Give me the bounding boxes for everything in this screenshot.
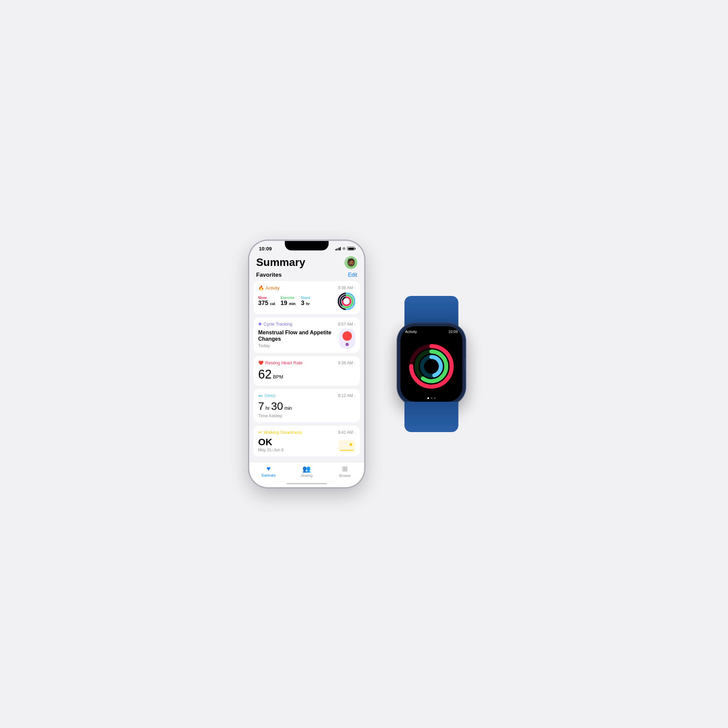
iphone: 10:09 ⊜ Summary 🧔🏾 [249, 241, 364, 487]
exercise-stat: Exercise 19 min [280, 296, 295, 307]
iphone-screen: 10:09 ⊜ Summary 🧔🏾 [249, 241, 364, 487]
heart-icon: ❤️ [258, 360, 263, 366]
walking-card[interactable]: ⇌ Walking Steadiness 9:41 AM › OK May 31… [254, 426, 360, 456]
cycle-text: Menstrual Flow and Appetite Changes Toda… [258, 329, 339, 348]
heart-time: 9:36 AM › [338, 361, 355, 366]
cycle-title-row: ✺ Cycle Tracking [258, 321, 292, 327]
heart-chevron: › [354, 361, 355, 366]
cards-list: 🔥 Activity 9:36 AM › Move 375 cal [249, 281, 364, 487]
walking-title-row: ⇌ Walking Steadiness [258, 430, 302, 435]
exercise-value: 19 min [280, 300, 295, 307]
browse-tab-label: Browse [340, 474, 350, 477]
activity-stats: Move 375 cal Exercise 19 min Stand 3 hr [258, 292, 355, 310]
walking-chevron: › [354, 430, 355, 435]
favorites-label: Favorites [256, 272, 282, 278]
activity-card[interactable]: 🔥 Activity 9:36 AM › Move 375 cal [254, 281, 360, 314]
battery-fill [348, 248, 354, 250]
watch-time: 10:09 [448, 330, 458, 334]
watch-dot-2 [431, 398, 433, 399]
scene: 10:09 ⊜ Summary 🧔🏾 [222, 214, 506, 514]
walking-body: OK May 31–Jun 6 [258, 437, 355, 452]
cycle-dot-small [346, 343, 349, 346]
svg-text:↑: ↑ [440, 365, 442, 369]
walking-value: OK [258, 437, 283, 448]
watch-crown [465, 358, 465, 370]
heart-rate-card[interactable]: ❤️ Resting Heart Rate 9:36 AM › 62 BPM [254, 356, 360, 385]
move-label: Move [258, 296, 275, 300]
cycle-time: 8:57 AM › [338, 322, 355, 327]
sharing-tab-icon: 👥 [302, 465, 311, 473]
signal-bar-3 [338, 248, 340, 251]
walking-text: OK May 31–Jun 6 [258, 437, 283, 452]
favorites-header: Favorites Edit [249, 270, 364, 281]
sleep-icon: 🛏 [258, 393, 263, 398]
cycle-icon: ✺ [258, 321, 262, 327]
activity-icon: 🔥 [258, 285, 264, 291]
cycle-chevron: › [354, 322, 355, 327]
walking-title: Walking Steadiness [263, 430, 302, 435]
watch-rings-container: → → ↑ [401, 335, 462, 398]
sleep-min-unit: min [284, 405, 292, 411]
avatar[interactable]: 🧔🏾 [344, 256, 357, 269]
signal-bar-2 [337, 248, 338, 251]
exercise-label: Exercise [280, 296, 295, 300]
walking-icon: ⇌ [258, 430, 262, 435]
tab-browse[interactable]: ⊞ Browse [326, 465, 364, 477]
sleep-hours: 7 [258, 400, 264, 413]
heart-title: Resting Heart Rate [265, 360, 303, 366]
stand-label: Stand [301, 296, 310, 300]
move-stat: Move 375 cal [258, 296, 275, 307]
watch-body: Activity 10:09 → [398, 324, 465, 404]
cycle-subtext: Today [258, 343, 339, 348]
cycle-heading: Menstrual Flow and Appetite Changes [258, 329, 339, 342]
activity-rings [338, 292, 355, 310]
heart-value: 62 BPM [258, 367, 355, 382]
watch-band-top [404, 296, 458, 326]
tab-summary[interactable]: ♥ Summary [249, 465, 288, 477]
sleep-minutes: 30 [271, 400, 283, 413]
sleep-title-row: 🛏 Sleep [258, 393, 275, 398]
watch-status-bar: Activity 10:09 [401, 326, 462, 335]
signal-bar-4 [340, 247, 341, 251]
app-header: Summary 🧔🏾 [249, 254, 364, 270]
cycle-body: Menstrual Flow and Appetite Changes Toda… [258, 329, 355, 349]
cycle-indicator [339, 329, 355, 349]
heart-title-row: ❤️ Resting Heart Rate [258, 360, 303, 366]
edit-button[interactable]: Edit [348, 272, 357, 278]
walking-card-header: ⇌ Walking Steadiness 9:41 AM › [258, 430, 355, 435]
sleep-card-header: 🛏 Sleep 8:12 AM › [258, 393, 355, 398]
sleep-chevron: › [354, 393, 355, 398]
walking-chart [338, 440, 355, 452]
svg-text:→: → [449, 365, 453, 369]
watch-dots [401, 398, 462, 402]
iphone-notch [285, 241, 329, 251]
svg-text:→: → [444, 365, 448, 369]
sleep-value: 7 hr 30 min [258, 400, 355, 413]
tab-sharing[interactable]: 👥 Sharing [288, 465, 326, 477]
activity-time: 9:36 AM › [338, 286, 355, 290]
browse-tab-icon: ⊞ [342, 465, 348, 473]
summary-tab-label: Summary [261, 474, 276, 477]
sleep-card[interactable]: 🛏 Sleep 8:12 AM › 7 hr 30 min [254, 389, 360, 422]
watch-band-bottom [404, 402, 458, 432]
move-value: 375 cal [258, 300, 275, 307]
status-icons: ⊜ [335, 246, 355, 251]
watch-app-name: Activity [405, 330, 417, 334]
sleep-sublabel: Time Asleep [258, 413, 355, 418]
signal-bar-1 [335, 249, 336, 251]
watch-dot-3 [434, 398, 436, 399]
summary-tab-icon: ♥ [267, 465, 271, 473]
activity-chevron: › [354, 286, 355, 290]
sleep-time: 8:12 AM › [338, 393, 355, 398]
page-title: Summary [256, 256, 305, 269]
apple-watch: Activity 10:09 → [384, 293, 479, 435]
watch-dot-1 [427, 398, 429, 399]
status-time: 10:09 [259, 246, 272, 251]
heart-card-header: ❤️ Resting Heart Rate 9:36 AM › [258, 360, 355, 366]
sleep-hr-unit: hr [266, 405, 270, 411]
bpm-unit: BPM [273, 374, 283, 379]
walking-time: 9:41 AM › [338, 430, 355, 435]
cycle-card[interactable]: ✺ Cycle Tracking 8:57 AM › Menstrual Flo… [254, 318, 360, 353]
stand-stat: Stand 3 hr [301, 296, 310, 307]
sharing-tab-label: Sharing [301, 474, 312, 477]
